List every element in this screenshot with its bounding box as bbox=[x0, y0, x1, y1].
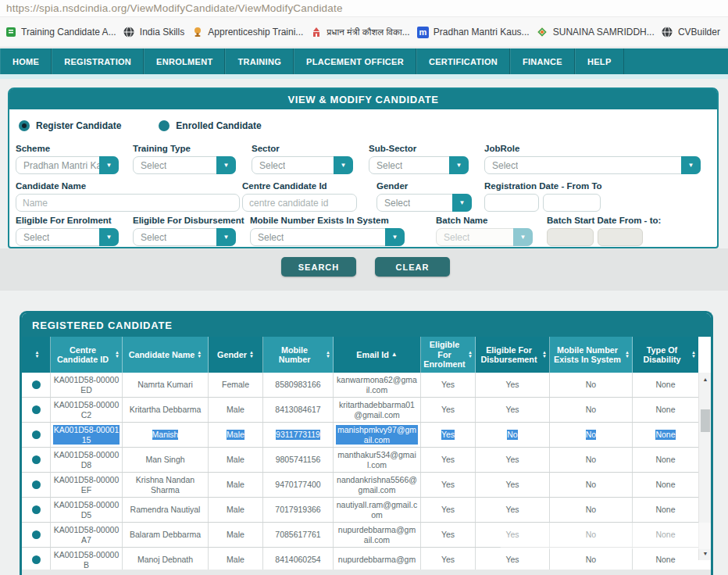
row-radio-icon[interactable] bbox=[32, 505, 41, 514]
candidate-name-label: Candidate Name bbox=[16, 181, 240, 191]
select-value: Select bbox=[492, 160, 518, 171]
search-button[interactable]: SEARCH bbox=[281, 257, 356, 277]
cell-text: Male bbox=[227, 430, 244, 439]
bookmark-label: India Skills bbox=[140, 27, 184, 38]
cell-text: manishpmkvy97@gmail.com bbox=[336, 425, 418, 444]
nav-item-registration[interactable]: REGISTRATION bbox=[52, 48, 144, 74]
cell-text: No bbox=[586, 405, 596, 414]
table-row[interactable]: KA001D58-00000EDNamrta KumariFemale85809… bbox=[22, 373, 698, 398]
column-header[interactable]: Eligible For Disbursement▲▼ bbox=[476, 337, 550, 373]
bookmark-apprenticeship[interactable]: Apprenticeship Traini... bbox=[191, 27, 303, 38]
bookmark-cvbuilder[interactable]: CVBuilder bbox=[662, 27, 720, 38]
select-value: Select bbox=[141, 232, 166, 243]
row-select-cell[interactable] bbox=[22, 523, 51, 547]
cell-text: 8414060254 bbox=[275, 555, 320, 564]
bookmark-india-skills[interactable]: India Skills bbox=[123, 27, 184, 38]
nav-item-training[interactable]: TRAINING bbox=[225, 48, 294, 74]
row-radio-icon[interactable] bbox=[32, 380, 41, 389]
table-cell: Yes bbox=[476, 448, 550, 472]
table-cell: No bbox=[550, 473, 633, 497]
radio-selected-icon[interactable] bbox=[19, 120, 30, 131]
eligible-disbursement-select[interactable]: Select ▼ bbox=[133, 228, 236, 246]
column-header[interactable]: Mobile Number▲▼ bbox=[263, 337, 334, 373]
sub-sector-select[interactable]: Select ▼ bbox=[369, 156, 469, 174]
column-header[interactable]: Candidate Name▲▼ bbox=[123, 337, 209, 373]
sort-icon: ▲▼ bbox=[249, 351, 254, 359]
table-cell: Yes bbox=[476, 523, 550, 547]
mobile-exists-select[interactable]: Select ▼ bbox=[250, 228, 405, 246]
gender-select[interactable]: Select ▼ bbox=[376, 194, 472, 212]
column-header[interactable]: Eligible For Enrolment▲▼ bbox=[421, 337, 476, 373]
column-header[interactable]: Gender▲▼ bbox=[209, 337, 263, 373]
row-select-cell[interactable] bbox=[22, 423, 51, 447]
bookmark-label: SUNAINA SAMRIDDH... bbox=[553, 27, 655, 38]
table-cell: KA001D58-00000D8 bbox=[51, 448, 123, 472]
filter-panel: VIEW & MODIFY CANDIDATE Register Candida… bbox=[8, 88, 719, 248]
bookmark-sunaina[interactable]: SUNAINA SAMRIDDH... bbox=[537, 27, 655, 38]
registration-date-to-input[interactable] bbox=[543, 194, 601, 212]
row-select-cell[interactable] bbox=[22, 498, 51, 522]
column-header[interactable]: ▲▼ bbox=[22, 337, 51, 373]
table-row[interactable]: KA001D58-00000C2Kritartha DebbarmaMale84… bbox=[22, 398, 698, 423]
bookmark-training-candidate[interactable]: Training Candidate A... bbox=[5, 27, 116, 38]
row-radio-icon[interactable] bbox=[32, 455, 41, 464]
row-radio-icon[interactable] bbox=[32, 405, 41, 414]
cell-text: None bbox=[655, 380, 675, 389]
row-select-cell[interactable] bbox=[22, 448, 51, 472]
vertical-scrollbar[interactable]: ▲ ▼ bbox=[698, 373, 711, 560]
row-select-cell[interactable] bbox=[22, 373, 51, 397]
table-row[interactable]: KA001D58-0000115ManishMale9311773119mani… bbox=[22, 423, 698, 448]
bookmark-pmkvy-hindi[interactable]: प्रधान मंत्री कौशल विका... bbox=[311, 27, 410, 38]
registration-date-from-input[interactable] bbox=[484, 194, 539, 212]
radio-register-candidate[interactable]: Register Candidate bbox=[19, 120, 121, 131]
column-header-label: Eligible For Enrolment bbox=[423, 340, 466, 369]
scrollbar-thumb[interactable] bbox=[701, 409, 710, 432]
url-bar[interactable]: https://spia.nsdcindia.org/ViewModifyCan… bbox=[0, 0, 728, 17]
sector-select[interactable]: Select ▼ bbox=[252, 156, 353, 174]
row-radio-icon[interactable] bbox=[32, 555, 41, 564]
row-radio-icon[interactable] bbox=[32, 430, 41, 439]
nav-item-placement-officer[interactable]: PLACEMENT OFFICER bbox=[294, 48, 416, 74]
table-row[interactable]: KA001D58-00000A7Balaram DebbarmaMale7085… bbox=[22, 523, 698, 548]
jobrole-select[interactable]: Select ▼ bbox=[484, 156, 701, 174]
horizontal-scrollbar[interactable] bbox=[22, 570, 711, 575]
column-header[interactable]: Centre Candidate ID▲▼ bbox=[51, 337, 123, 373]
results-title: REGISTERED CANDIDATE bbox=[32, 320, 173, 331]
sort-icon: ▲▼ bbox=[326, 351, 330, 359]
table-row[interactable]: KA001D58-00000D8Man SinghMale9805741156m… bbox=[22, 448, 698, 473]
row-select-cell[interactable] bbox=[22, 473, 51, 497]
nav-item-help[interactable]: HELP bbox=[575, 48, 624, 74]
table-cell: Namrta Kumari bbox=[123, 373, 209, 397]
url-text[interactable]: https://spia.nsdcindia.org/ViewModifyCan… bbox=[6, 2, 343, 14]
bookmark-pradhan-mantri[interactable]: m Pradhan Mantri Kaus... bbox=[417, 27, 530, 38]
clear-button[interactable]: CLEAR bbox=[375, 257, 450, 277]
nav-item-certification[interactable]: CERTIFICATION bbox=[416, 48, 510, 74]
table-row[interactable]: KA001D58-00000D5Ramendra NautiyalMale701… bbox=[22, 498, 698, 523]
row-radio-icon[interactable] bbox=[32, 480, 41, 489]
scroll-up-icon[interactable]: ▲ bbox=[699, 373, 712, 386]
nav-item-enrolment[interactable]: ENROLMENT bbox=[144, 48, 225, 74]
cell-text: Balaram Debbarma bbox=[130, 530, 201, 539]
row-select-cell[interactable] bbox=[22, 548, 51, 572]
table-row[interactable]: KA001D58-00000EFKrishna Nandan SharmaMal… bbox=[22, 473, 698, 498]
centre-candidate-id-input[interactable] bbox=[242, 194, 357, 212]
column-header[interactable]: Type Of Disability▲▼ bbox=[633, 337, 698, 373]
column-header-label: Mobile Number bbox=[266, 345, 323, 365]
radio-enrolled-candidate[interactable]: Enrolled Candidate bbox=[159, 120, 261, 131]
scheme-select[interactable]: Pradhan Mantri Kaus ▼ bbox=[16, 156, 119, 174]
radio-label: Enrolled Candidate bbox=[176, 120, 261, 131]
column-header[interactable]: Mobile Number Exists In System▲▼ bbox=[550, 337, 633, 373]
eligible-enrolment-select[interactable]: Select ▼ bbox=[16, 228, 119, 246]
radio-unselected-icon[interactable] bbox=[159, 120, 170, 131]
nav-item-finance[interactable]: FINANCE bbox=[510, 48, 575, 74]
row-select-cell[interactable] bbox=[22, 398, 51, 422]
row-radio-icon[interactable] bbox=[32, 530, 41, 539]
column-header[interactable]: Email Id▲ bbox=[334, 337, 421, 373]
scroll-down-icon[interactable]: ▼ bbox=[699, 547, 712, 560]
nav-item-home[interactable]: HOME bbox=[0, 48, 52, 74]
cell-text: Male bbox=[227, 480, 244, 489]
select-value: Pradhan Mantri Kaus bbox=[23, 160, 102, 171]
training-type-select[interactable]: Select ▼ bbox=[133, 156, 236, 174]
table-cell: 8413084617 bbox=[263, 398, 334, 422]
candidate-name-input[interactable] bbox=[16, 194, 240, 212]
